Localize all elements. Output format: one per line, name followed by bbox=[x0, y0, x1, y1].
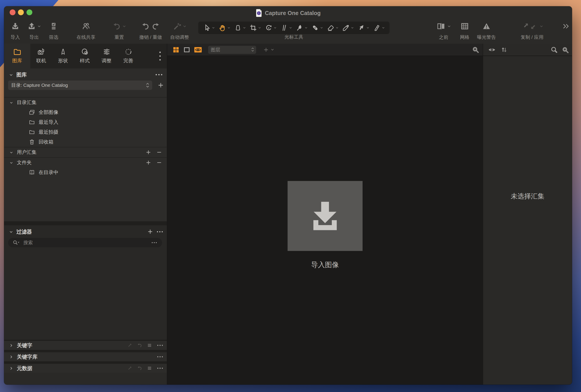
search-options-button[interactable] bbox=[151, 242, 157, 243]
tree-group-folders[interactable]: 文件夹 bbox=[4, 158, 167, 168]
magic-wand-icon bbox=[173, 22, 181, 30]
reset-section-icon[interactable] bbox=[137, 366, 142, 371]
grid-toggle[interactable]: 网格 bbox=[460, 20, 470, 40]
filters-more-button[interactable] bbox=[156, 231, 163, 233]
exposure-warning-toggle[interactable]: 曝光警告 bbox=[477, 20, 496, 40]
disclosure-right-icon bbox=[9, 355, 13, 359]
rotate-tool[interactable] bbox=[265, 24, 276, 32]
disclosure-right-icon bbox=[9, 343, 13, 348]
heal-tool[interactable] bbox=[312, 24, 323, 32]
layers-selector[interactable]: 图层 bbox=[208, 46, 256, 54]
tree-item-recent-captures[interactable]: 最近拍摄 bbox=[4, 127, 167, 137]
tab-tether[interactable]: 联机 bbox=[30, 44, 52, 68]
filter-toolbar-button[interactable]: 筛选 bbox=[49, 20, 58, 40]
hamburger-menu-icon[interactable] bbox=[147, 366, 152, 371]
copy-adjustments-icon[interactable] bbox=[127, 343, 132, 348]
proof-view-icon[interactable] bbox=[194, 47, 202, 53]
catalog-selector[interactable]: 目录: Capture One Catalog bbox=[8, 80, 152, 90]
add-folder-icon[interactable] bbox=[146, 160, 151, 165]
chevron-down-icon bbox=[271, 49, 274, 51]
chevron-down-icon bbox=[274, 27, 276, 29]
tabs-overflow-menu[interactable] bbox=[156, 44, 164, 68]
remove-folder-icon[interactable] bbox=[156, 160, 162, 165]
tree-group-catalog-collections[interactable]: 目录汇集 bbox=[4, 98, 167, 107]
loupe-plus-icon[interactable] bbox=[562, 46, 569, 54]
undo-redo-group[interactable]: 撤销 / 重做 bbox=[139, 20, 162, 40]
toolbar-overflow-button[interactable] bbox=[562, 20, 570, 33]
tab-styles[interactable]: 样式 bbox=[74, 44, 96, 68]
draw-tool[interactable] bbox=[358, 24, 369, 32]
search-input[interactable] bbox=[23, 240, 158, 245]
sort-arrows-icon[interactable] bbox=[501, 46, 507, 53]
chevron-down-icon bbox=[540, 25, 543, 27]
online-share-button[interactable]: 在线共享 bbox=[76, 20, 96, 40]
copy-adjustments-icon[interactable] bbox=[127, 366, 132, 371]
picker-tool[interactable] bbox=[342, 24, 354, 32]
ellipsis-icon[interactable] bbox=[157, 356, 163, 358]
viewer-zoom-button[interactable] bbox=[472, 46, 479, 53]
tab-adjustments[interactable]: 调整 bbox=[96, 44, 118, 68]
ellipsis-icon[interactable] bbox=[157, 345, 163, 346]
ellipsis-icon[interactable] bbox=[157, 367, 163, 369]
multi-view-icon[interactable] bbox=[173, 46, 179, 53]
filter-search-field[interactable] bbox=[8, 238, 162, 247]
folder-small-icon bbox=[29, 119, 35, 125]
import-dropzone[interactable] bbox=[288, 181, 362, 251]
viewer-canvas: 导入图像 bbox=[167, 56, 483, 385]
tab-shapes[interactable]: 形状 bbox=[52, 44, 74, 68]
main-area: 图库 联机 形状 样式 调整 bbox=[4, 44, 572, 385]
metadata-section-header[interactable]: 元数据 bbox=[4, 364, 167, 373]
straighten-tool[interactable] bbox=[280, 24, 292, 32]
erase-tool[interactable] bbox=[327, 24, 338, 32]
add-collection-icon[interactable] bbox=[146, 150, 151, 155]
auto-adjust-button[interactable]: 自动调整 bbox=[170, 20, 189, 40]
brush-tool[interactable] bbox=[296, 24, 307, 32]
import-arrow-icon bbox=[307, 198, 343, 234]
add-layer-button[interactable] bbox=[263, 47, 274, 52]
loupe-tool[interactable] bbox=[234, 24, 246, 32]
tree-item-trash[interactable]: 回收箱 bbox=[4, 137, 167, 147]
tab-refine[interactable]: 完善 bbox=[118, 44, 139, 68]
eyedropper-icon bbox=[342, 24, 350, 32]
loupe-plus-icon bbox=[472, 46, 479, 53]
chevron-down-icon bbox=[212, 27, 214, 29]
add-catalog-button[interactable] bbox=[158, 82, 164, 88]
cursor-tools-label: 光标工具 bbox=[284, 34, 303, 40]
keyword-library-section-header[interactable]: 关键字库 bbox=[4, 352, 167, 361]
tab-library[interactable]: 图库 bbox=[4, 44, 30, 68]
ellipsis-icon bbox=[156, 231, 163, 233]
reset-section-icon[interactable] bbox=[137, 343, 142, 348]
apply-arrow-down-icon bbox=[530, 22, 538, 30]
straighten-icon bbox=[280, 24, 288, 32]
folder-small-icon bbox=[29, 129, 35, 135]
tree-item-all-images[interactable]: 全部图像 bbox=[4, 107, 167, 117]
before-toggle[interactable]: 之前 bbox=[437, 20, 450, 40]
eye-icon[interactable] bbox=[488, 46, 496, 53]
plus-icon bbox=[158, 82, 164, 88]
library-more-button[interactable] bbox=[155, 74, 163, 76]
library-header[interactable]: 图库 bbox=[4, 68, 167, 79]
export-icon bbox=[28, 22, 36, 30]
single-view-icon[interactable] bbox=[184, 46, 190, 53]
crop-tool[interactable] bbox=[250, 24, 261, 32]
chevron-down-icon bbox=[290, 27, 292, 29]
pan-tool[interactable] bbox=[219, 24, 230, 32]
pen-tool[interactable] bbox=[373, 24, 384, 32]
filters-header[interactable]: 过滤器 bbox=[4, 225, 167, 236]
reset-undo-icon bbox=[113, 22, 121, 30]
export-button[interactable]: 导出 bbox=[28, 20, 41, 40]
hamburger-menu-icon[interactable] bbox=[147, 343, 152, 348]
import-button[interactable]: 导入 bbox=[10, 20, 20, 40]
tree-item-in-catalog[interactable]: 在目录中 bbox=[4, 168, 167, 177]
select-tool[interactable] bbox=[203, 24, 214, 32]
copy-apply-button[interactable]: 复制 / 应用 bbox=[520, 20, 544, 40]
tree-item-recent-imports[interactable]: 最近导入 bbox=[4, 117, 167, 127]
reset-button[interactable]: 重置 bbox=[113, 20, 126, 40]
search-icon[interactable] bbox=[550, 46, 558, 54]
layers-selector-value: 图层 bbox=[211, 47, 220, 53]
tree-group-user-collections[interactable]: 用户汇集 bbox=[4, 147, 167, 157]
remove-collection-icon[interactable] bbox=[156, 150, 162, 155]
keywords-section-header[interactable]: 关键字 bbox=[4, 341, 167, 350]
add-filter-button[interactable] bbox=[148, 229, 153, 234]
styles-circle-icon bbox=[80, 48, 89, 56]
